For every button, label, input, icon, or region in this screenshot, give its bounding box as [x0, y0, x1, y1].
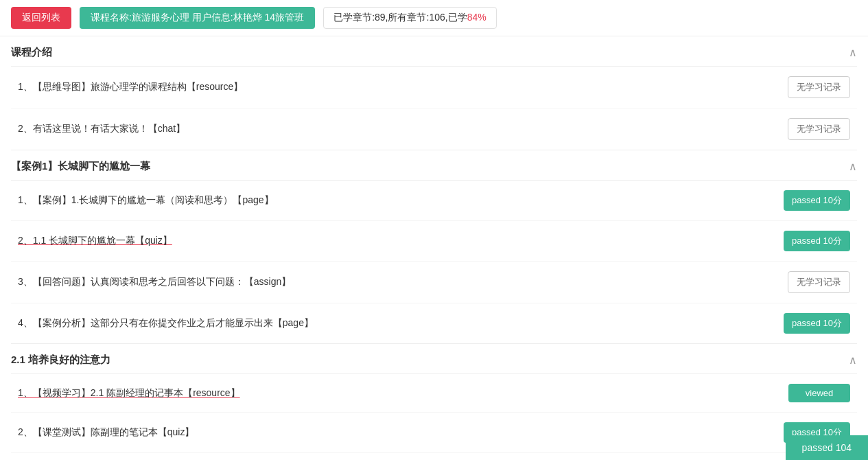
list-item: 3、2.1 培养良好的注意力【book】 viewed [11, 453, 857, 460]
section-title-21: 2.1 培养良好的注意力 [11, 354, 110, 367]
status-badge-passed: passed 10分 [784, 313, 850, 334]
section-title-case1: 【案例1】长城脚下的尴尬一幕 [11, 160, 150, 173]
list-item: 1、【思维导图】旅游心理学的课程结构【resource】 无学习记录 [11, 67, 857, 108]
status-badge: 无学习记录 [788, 118, 850, 140]
chevron-icon-case1: ∧ [849, 160, 857, 173]
item-label: 2、1.1 长城脚下的尴尬一幕【quiz】 [18, 235, 784, 247]
progress-info: 已学章节:89,所有章节:106,已学84% [323, 7, 497, 29]
status-badge: 无学习记录 [788, 76, 850, 98]
item-label: 1、【视频学习】2.1 陈副经理的记事本【resource】 [18, 387, 788, 400]
content: 课程介绍 ∧ 1、【思维导图】旅游心理学的课程结构【resource】 无学习记… [0, 36, 868, 460]
section-case1: 【案例1】长城脚下的尴尬一幕 ∧ 1、【案例】1.长城脚下的尴尬一幕（阅读和思考… [11, 150, 857, 344]
section-items-intro: 1、【思维导图】旅游心理学的课程结构【resource】 无学习记录 2、有话这… [11, 67, 857, 150]
section-items-21: 1、【视频学习】2.1 陈副经理的记事本【resource】 viewed 2、… [11, 374, 857, 460]
back-button[interactable]: 返回列表 [11, 7, 71, 29]
status-badge-passed: passed 10分 [784, 231, 850, 251]
list-item: 4、【案例分析】这部分只有在你提交作业之后才能显示出来【page】 passed… [11, 303, 857, 343]
list-item: 2、1.1 长城脚下的尴尬一幕【quiz】 passed 10分 [11, 221, 857, 262]
section-header-21[interactable]: 2.1 培养良好的注意力 ∧ [11, 344, 857, 374]
item-label: 1、【思维导图】旅游心理学的课程结构【resource】 [18, 81, 788, 93]
item-label: 3、【回答问题】认真阅读和思考之后回答以下问题：【assign】 [18, 276, 788, 288]
header: 返回列表 课程名称:旅游服务心理 用户信息:林艳烨 14旅管班 已学章节:89,… [0, 0, 868, 36]
item-label: 1、【案例】1.长城脚下的尴尬一幕（阅读和思考）【page】 [18, 194, 784, 207]
list-item: 2、有话这里说！有话大家说！【chat】 无学习记录 [11, 108, 857, 150]
section-intro: 课程介绍 ∧ 1、【思维导图】旅游心理学的课程结构【resource】 无学习记… [11, 36, 857, 150]
chevron-icon-21: ∧ [849, 354, 857, 367]
course-info-tag: 课程名称:旅游服务心理 用户信息:林艳烨 14旅管班 [80, 7, 315, 29]
item-label: 2、有话这里说！有话大家说！【chat】 [18, 123, 788, 135]
list-item: 1、【视频学习】2.1 陈副经理的记事本【resource】 viewed [11, 374, 857, 413]
list-item: 1、【案例】1.长城脚下的尴尬一幕（阅读和思考）【page】 passed 10… [11, 181, 857, 221]
list-item: 2、【课堂测试】陈副理的笔记本【quiz】 passed 10分 [11, 413, 857, 453]
section-header-case1[interactable]: 【案例1】长城脚下的尴尬一幕 ∧ [11, 150, 857, 181]
section-21: 2.1 培养良好的注意力 ∧ 1、【视频学习】2.1 陈副经理的记事本【reso… [11, 344, 857, 460]
section-header-intro[interactable]: 课程介绍 ∧ [11, 36, 857, 67]
item-label: 4、【案例分析】这部分只有在你提交作业之后才能显示出来【page】 [18, 317, 784, 330]
footer-bar: passed 104 [786, 435, 868, 460]
list-item: 3、【回答问题】认真阅读和思考之后回答以下问题：【assign】 无学习记录 [11, 262, 857, 303]
status-badge-viewed: viewed [788, 384, 850, 402]
progress-highlight: 84% [467, 12, 486, 23]
chevron-icon-intro: ∧ [849, 46, 857, 59]
status-badge-passed: passed 10分 [784, 190, 850, 211]
section-title-intro: 课程介绍 [11, 46, 52, 59]
section-items-case1: 1、【案例】1.长城脚下的尴尬一幕（阅读和思考）【page】 passed 10… [11, 181, 857, 344]
item-label: 2、【课堂测试】陈副理的笔记本【quiz】 [18, 426, 784, 439]
status-badge-no-record: 无学习记录 [788, 271, 850, 293]
